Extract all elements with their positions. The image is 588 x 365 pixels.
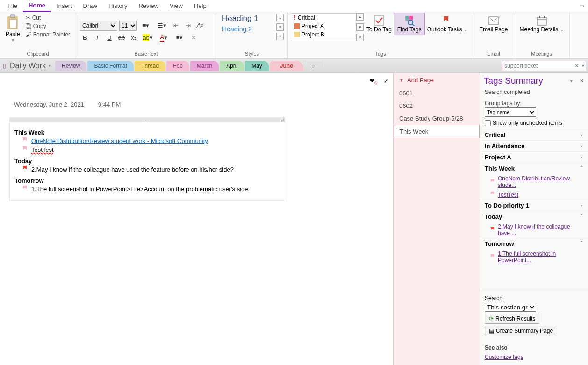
flag-icon[interactable] <box>22 137 28 145</box>
menu-review[interactable]: Review <box>133 0 164 11</box>
search-input[interactable] <box>504 63 574 69</box>
format-painter-button[interactable]: 🖌Format Painter <box>25 31 71 38</box>
menu-insert[interactable]: Insert <box>51 0 78 11</box>
tab-thread[interactable]: Thread <box>135 61 165 71</box>
tag-group-thisweek[interactable]: This Week⌃ <box>480 163 588 174</box>
create-summary-button[interactable]: ▤Create Summary Page <box>485 326 557 336</box>
copy-button[interactable]: ⿻Copy <box>25 22 71 30</box>
show-unchecked-checkbox[interactable] <box>485 120 491 126</box>
indent-button[interactable]: ⇥ <box>183 21 193 31</box>
meeting-details-button[interactable]: Meeting Details ⌄ <box>517 13 566 35</box>
menu-history[interactable]: History <box>103 0 133 11</box>
add-page-button[interactable]: ＋Add Page <box>394 73 480 87</box>
tag-project-b[interactable]: Project B <box>291 30 356 39</box>
clear-formatting-button[interactable]: A∅ <box>195 21 205 31</box>
page-item[interactable]: Case Study Group-5/28 <box>394 112 480 125</box>
outdent-button[interactable]: ⇤ <box>171 21 181 31</box>
page-canvas[interactable]: ❤⦸ ⤢ Wednesday, June 2, 2021 9:44 PM ···… <box>0 73 393 365</box>
styles-scroll-up[interactable]: ▴ <box>276 14 284 21</box>
note-link[interactable]: OneNote Distribution/Review student work… <box>31 137 208 144</box>
tag-group-critical[interactable]: Critical⌄ <box>480 129 588 140</box>
groupby-select[interactable]: Tag name <box>485 107 536 117</box>
tab-feb[interactable]: Feb <box>166 61 189 71</box>
chevron-down-icon: ▾ <box>12 37 14 43</box>
tag-critical[interactable]: !Critical <box>291 14 356 22</box>
tags-scroll-up[interactable]: ▴ <box>356 13 364 21</box>
notebook-title-dropdown[interactable]: Daily Work▾ <box>6 62 55 70</box>
menu-view[interactable]: View <box>164 0 188 11</box>
search-box[interactable]: ✕ ▾ <box>502 61 586 71</box>
flag-icon[interactable] <box>22 165 28 173</box>
tab-march[interactable]: March <box>190 61 219 71</box>
todo-tag-button[interactable]: To Do Tag <box>364 13 394 35</box>
font-size-select[interactable]: 11 <box>119 21 137 31</box>
tag-project-a[interactable]: Project A <box>291 22 356 30</box>
email-page-button[interactable]: Email Page <box>476 13 510 35</box>
tag-group-todo[interactable]: To Do priority 1⌄ <box>480 200 588 211</box>
cut-button[interactable]: ✂Cut <box>25 14 71 21</box>
notebook-icon[interactable]: ▯ <box>3 63 6 69</box>
bullets-button[interactable]: ≡▾ <box>139 21 153 31</box>
style-heading2[interactable]: Heading 2 <box>219 24 275 34</box>
menu-home[interactable]: Home <box>23 0 51 12</box>
numbering-button[interactable]: ☰▾ <box>155 21 169 31</box>
tab-april[interactable]: April <box>220 61 244 71</box>
add-section-button[interactable]: + <box>304 61 323 71</box>
tag-group-projecta[interactable]: Project A⌄ <box>480 151 588 163</box>
align-button[interactable]: ≡▾ <box>172 33 186 43</box>
subscript-button[interactable]: x₂ <box>129 33 139 43</box>
bold-button[interactable]: B <box>80 33 90 43</box>
hide-tags-icon[interactable]: ❤⦸ <box>370 78 377 86</box>
page-item-selected[interactable]: This Week <box>394 125 480 138</box>
tag-result-link[interactable]: 1.The full screenshot in PowerPoint... <box>498 250 583 264</box>
paste-button[interactable]: Paste ▾ <box>3 13 23 43</box>
page-item[interactable]: 0602 <box>394 100 480 112</box>
pane-menu-icon[interactable]: ▾ <box>570 79 573 84</box>
tag-result-link[interactable]: TestTest <box>498 192 518 198</box>
note-text[interactable]: 2.May I know if the colleague have used … <box>31 166 234 173</box>
style-heading1[interactable]: Heading 1 <box>219 13 275 24</box>
strike-button[interactable]: ab <box>116 33 127 43</box>
fullscreen-icon[interactable]: ⤢ <box>384 78 388 86</box>
tab-basic-format[interactable]: Basic Format <box>87 61 134 71</box>
note-container[interactable]: ···· This Week OneNote Distribution/Revi… <box>9 117 285 201</box>
tags-scroll-down[interactable]: ▾ <box>356 23 364 31</box>
note-text[interactable]: 1.The full screenshot in PowerPoint>File… <box>31 186 250 193</box>
menu-file[interactable]: File <box>2 0 23 11</box>
menu-help[interactable]: Help <box>188 0 212 11</box>
outlook-tasks-button[interactable]: Outlook Tasks ⌄ <box>424 13 471 35</box>
tags-gallery[interactable]: !Critical Project A Project B <box>291 13 356 41</box>
tag-result-link[interactable]: 2.May I know if the colleague have ... <box>498 223 583 236</box>
highlight-button[interactable]: ab▾ <box>141 33 155 43</box>
chevron-down-icon[interactable]: ▾ <box>582 63 584 68</box>
italic-button[interactable]: I <box>92 33 102 43</box>
tags-expand[interactable]: ▿ <box>356 34 364 41</box>
tag-group-attendance[interactable]: In Attendance⌄ <box>480 140 588 151</box>
delete-button[interactable]: ✕ <box>188 33 199 43</box>
container-drag-handle[interactable]: ···· <box>10 118 285 122</box>
search-scope-select[interactable]: This section group <box>485 303 536 312</box>
collapse-ribbon-icon[interactable]: ▭ <box>577 3 586 9</box>
styles-expand[interactable]: ▿ <box>276 33 284 40</box>
page-item[interactable]: 0601 <box>394 87 480 100</box>
menu-draw[interactable]: Draw <box>78 0 103 11</box>
clear-icon[interactable]: ✕ <box>574 63 579 69</box>
see-also-label: See also <box>485 344 508 351</box>
customize-tags-link[interactable]: Customize tags <box>485 354 583 360</box>
font-color-button[interactable]: A▾ <box>157 33 171 43</box>
styles-scroll-down[interactable]: ▾ <box>276 23 284 31</box>
tag-group-tomorrow[interactable]: Tomorrow⌃ <box>480 238 588 249</box>
flag-icon[interactable] <box>22 185 28 193</box>
tab-review[interactable]: Review <box>55 61 86 71</box>
flag-icon[interactable] <box>22 146 28 154</box>
font-family-select[interactable]: Calibri <box>80 21 117 31</box>
tag-group-today[interactable]: Today⌃ <box>480 211 588 222</box>
refresh-results-button[interactable]: ⟳Refresh Results <box>485 314 539 324</box>
tab-may[interactable]: May <box>245 61 269 71</box>
tab-june[interactable]: June <box>270 61 303 71</box>
find-tags-button[interactable]: Find Tags <box>394 13 424 35</box>
note-text[interactable]: TestTest <box>31 146 54 153</box>
underline-button[interactable]: U <box>104 33 115 43</box>
tag-result-link[interactable]: OneNote Distribution/Review stude... <box>498 175 583 188</box>
close-icon[interactable]: ✕ <box>580 78 584 84</box>
